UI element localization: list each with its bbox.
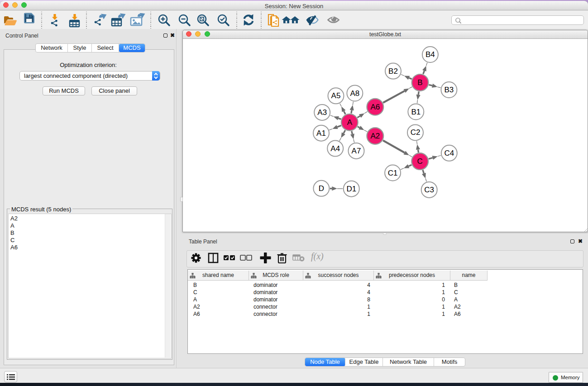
svg-text:B1: B1: [411, 108, 421, 116]
svg-text:A3: A3: [317, 108, 327, 117]
svg-text:C4: C4: [444, 149, 454, 157]
svg-text:C3: C3: [424, 186, 434, 194]
svg-text:D1: D1: [346, 185, 356, 193]
svg-text:A4: A4: [330, 144, 340, 153]
svg-text:A: A: [347, 118, 353, 127]
svg-text:B: B: [417, 78, 422, 87]
svg-text:C: C: [417, 157, 423, 166]
svg-text:D: D: [319, 184, 324, 193]
svg-text:A2: A2: [370, 132, 380, 140]
svg-text:A7: A7: [352, 147, 361, 155]
svg-text:C2: C2: [411, 128, 421, 137]
svg-text:B2: B2: [388, 67, 398, 76]
svg-text:A6: A6: [370, 103, 380, 111]
svg-text:B3: B3: [445, 86, 454, 94]
svg-text:A8: A8: [350, 89, 360, 98]
svg-text:A5: A5: [331, 91, 341, 100]
svg-text:B4: B4: [425, 50, 435, 59]
svg-text:C1: C1: [388, 169, 398, 177]
svg-text:A1: A1: [316, 129, 326, 138]
